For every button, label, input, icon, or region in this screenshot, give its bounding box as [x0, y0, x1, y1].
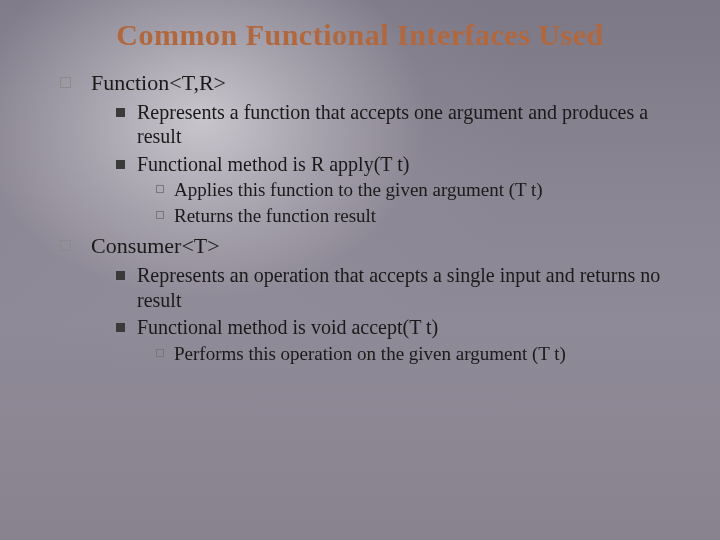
filled-square-icon [116, 323, 125, 332]
hollow-square-icon [60, 240, 71, 251]
list-item-label: Returns the function result [174, 204, 682, 228]
list-item: Functional method is void accept(T t) [116, 315, 682, 339]
list-item-label: Functional method is R apply(T t) [137, 152, 682, 176]
list-item-label: Consumer<T> [91, 232, 682, 261]
slide-content: Function<T,R> Represents a function that… [38, 69, 682, 366]
list-item: Applies this function to the given argum… [156, 178, 682, 202]
filled-square-icon [116, 271, 125, 280]
list-item: Function<T,R> [60, 69, 682, 98]
hollow-square-icon [156, 185, 164, 193]
hollow-square-icon [60, 77, 71, 88]
list-item-label: Represents an operation that accepts a s… [137, 263, 682, 312]
filled-square-icon [116, 108, 125, 117]
list-item: Represents an operation that accepts a s… [116, 263, 682, 312]
list-item: Consumer<T> [60, 232, 682, 261]
list-item-label: Function<T,R> [91, 69, 682, 98]
list-item-label: Applies this function to the given argum… [174, 178, 682, 202]
list-item-label: Represents a function that accepts one a… [137, 100, 682, 149]
list-item: Functional method is R apply(T t) [116, 152, 682, 176]
slide-title: Common Functional Interfaces Used [38, 18, 682, 53]
list-item: Returns the function result [156, 204, 682, 228]
list-item-label: Performs this operation on the given arg… [174, 342, 682, 366]
filled-square-icon [116, 160, 125, 169]
list-item: Represents a function that accepts one a… [116, 100, 682, 149]
hollow-square-icon [156, 349, 164, 357]
list-item-label: Functional method is void accept(T t) [137, 315, 682, 339]
list-item: Performs this operation on the given arg… [156, 342, 682, 366]
hollow-square-icon [156, 211, 164, 219]
